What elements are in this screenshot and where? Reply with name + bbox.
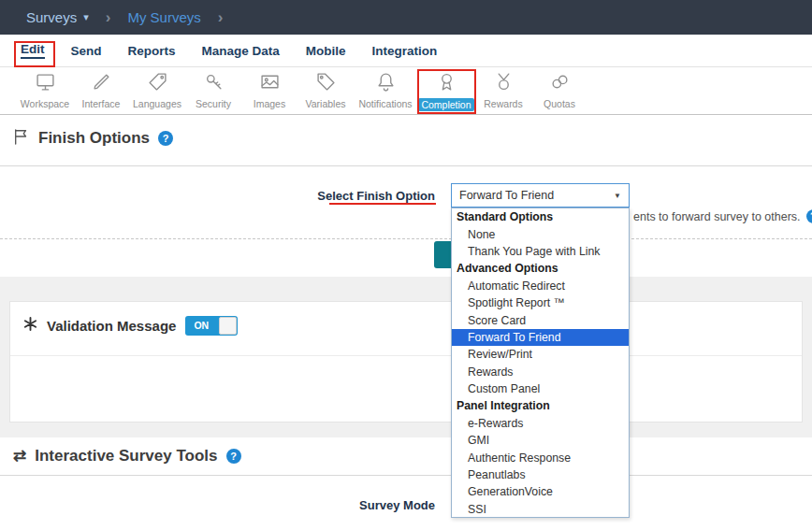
select-finish-option-label: Select Finish Option (317, 189, 435, 203)
dropdown-option-spotlight-report[interactable]: Spotlight Report ™ (452, 294, 629, 311)
tool-variables[interactable]: Variables (297, 67, 354, 114)
asterisk-icon (23, 317, 37, 335)
validation-toggle[interactable]: ON (185, 316, 238, 336)
dropdown-group-standard-options: Standard Options (452, 208, 629, 225)
rewards-medal-icon (494, 72, 514, 95)
section-title: Finish Options (38, 129, 150, 148)
validation-message-card: Validation Message ON (9, 301, 803, 423)
variables-tag-icon (316, 72, 336, 95)
dropdown-option-custom-panel[interactable]: Custom Panel (452, 380, 629, 397)
divider (0, 475, 812, 476)
dropdown-option-generationvoice[interactable]: GenerationVoice (452, 483, 629, 500)
surveys-menu-label: Surveys (26, 9, 77, 25)
languages-icon (148, 72, 167, 95)
annotation-select-underline (329, 203, 436, 205)
helper-text: ents to forward survey to others. (633, 210, 801, 223)
tool-notifications[interactable]: Notifications (354, 67, 417, 114)
dropdown-group-advanced-options: Advanced Options (452, 260, 629, 277)
chevron-right-icon: › (218, 8, 224, 27)
interface-icon (92, 72, 111, 95)
main-menu-bar: Edit Send Reports Manage Data Mobile Int… (0, 35, 812, 67)
flag-icon (13, 128, 30, 149)
toggle-state-label: ON (194, 320, 209, 331)
quotas-rings-icon (550, 72, 570, 95)
divider (0, 165, 812, 166)
dropdown-option-e-rewards[interactable]: e-Rewards (452, 415, 629, 432)
finish-options-header: Finish Options ? (13, 128, 173, 149)
help-icon[interactable]: ? (806, 209, 812, 223)
tool-languages[interactable]: Languages (129, 67, 185, 114)
survey-mode-label: Survey Mode (359, 498, 435, 512)
tool-workspace[interactable]: Workspace (17, 67, 73, 114)
validation-message-header: Validation Message ON (23, 316, 238, 336)
toggle-knob (219, 317, 237, 335)
tab-send[interactable]: Send (71, 44, 102, 58)
tool-label: Quotas (544, 98, 575, 109)
dropdown-option-score-card[interactable]: Score Card (452, 311, 629, 328)
tool-images[interactable]: Images (241, 67, 297, 114)
completion-ribbon-icon (437, 72, 457, 95)
tool-label: Rewards (484, 98, 522, 109)
tool-label: Interface (82, 98, 121, 109)
dropdown-option-review-print[interactable]: Review/Print (452, 346, 629, 363)
dropdown-option-rewards[interactable]: Rewards (452, 364, 629, 380)
tool-label: Notifications (358, 98, 412, 109)
tool-label: Workspace (21, 98, 69, 109)
surveys-menu[interactable]: Surveys ▾ (26, 9, 89, 25)
tab-manage-data[interactable]: Manage Data (202, 44, 280, 58)
edit-toolbar: Workspace Interface Languages Security I… (0, 67, 812, 115)
divider (10, 355, 802, 356)
tool-quotas[interactable]: Quotas (531, 67, 587, 114)
finish-option-dropdown-list: Standard Options None Thank You Page wit… (451, 208, 630, 518)
help-icon[interactable]: ? (226, 449, 241, 464)
tab-integration[interactable]: Integration (372, 44, 438, 58)
tool-label: Languages (133, 98, 181, 109)
dropdown-group-panel-integration: Panel Integration (452, 397, 629, 414)
card-title: Validation Message (47, 318, 176, 334)
tool-interface[interactable]: Interface (73, 67, 129, 114)
tool-completion[interactable]: Completion (417, 67, 475, 114)
dropdown-option-gmi[interactable]: GMI (452, 432, 629, 449)
tab-reports[interactable]: Reports (128, 44, 176, 58)
tool-label: Security (196, 98, 231, 109)
workspace-icon (36, 72, 55, 95)
images-icon (260, 72, 280, 95)
chevron-right-icon: › (106, 8, 111, 27)
caret-down-icon: ▾ (83, 11, 89, 23)
top-navigation-bar: Surveys ▾ › My Surveys › (0, 0, 812, 35)
notifications-bell-icon (376, 72, 396, 95)
dropdown-option-authentic-response[interactable]: Authentic Response (452, 449, 629, 466)
page: Surveys ▾ › My Surveys › Edit Send Repor… (0, 0, 812, 530)
swap-arrows-icon: ⇄ (13, 446, 26, 466)
tool-label: Variables (306, 98, 346, 109)
helper-text-fragment: ents to forward survey to others. ? (633, 209, 812, 223)
tool-label: Completion (418, 98, 473, 111)
dropdown-option-ssi[interactable]: SSI (452, 501, 629, 518)
dropdown-option-none[interactable]: None (452, 225, 629, 242)
tab-edit[interactable]: Edit (21, 42, 45, 59)
dropdown-option-automatic-redirect[interactable]: Automatic Redirect (452, 278, 629, 294)
dropdown-option-peanutlabs[interactable]: Peanutlabs (452, 466, 629, 483)
tab-mobile[interactable]: Mobile (306, 44, 346, 58)
help-icon[interactable]: ? (158, 131, 173, 146)
breadcrumb-my-surveys[interactable]: My Surveys (127, 9, 200, 25)
dropdown-arrow-icon: ▼ (614, 192, 621, 200)
interactive-tools-header: ⇄ Interactive Survey Tools ? (13, 446, 241, 466)
security-key-icon (204, 72, 224, 95)
tool-label: Images (254, 98, 285, 109)
dropdown-option-forward-to-friend[interactable]: Forward To Friend (452, 329, 629, 346)
select-value: Forward To Friend (459, 189, 554, 202)
finish-option-select[interactable]: Forward To Friend ▼ (451, 183, 630, 208)
tool-security[interactable]: Security (185, 67, 241, 114)
dropdown-option-thank-you-page-with-link[interactable]: Thank You Page with Link (452, 243, 629, 260)
section-title: Interactive Survey Tools (35, 447, 217, 466)
dashed-divider (0, 238, 812, 239)
tool-rewards[interactable]: Rewards (475, 67, 531, 114)
